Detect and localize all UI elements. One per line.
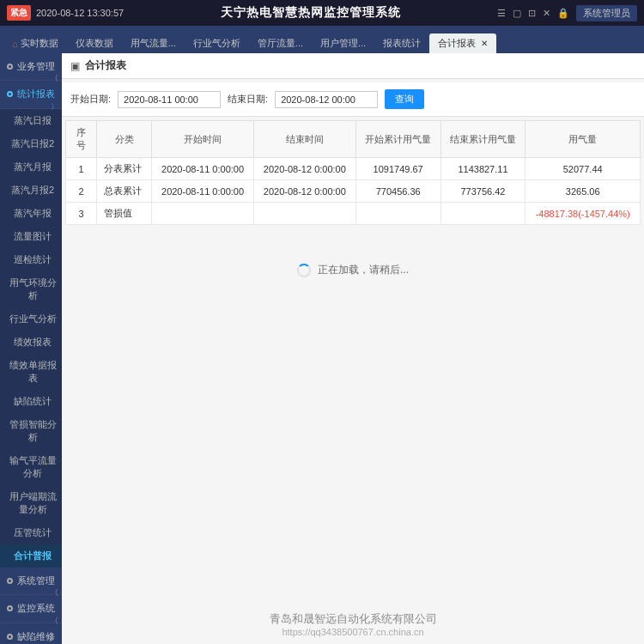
sidebar-item-steam-annual[interactable]: 蒸汽年报 (0, 202, 62, 225)
page-header: ▣ 合计报表 (62, 53, 644, 79)
cell-usage-1: 52077.44 (526, 158, 641, 180)
sidebar-item-steam-monthly1[interactable]: 蒸汽月报 (0, 155, 62, 179)
data-table-wrap: 序号 分类 开始时间 结束时间 开始累计用气量 结束累计用气量 用气量 1 分表… (65, 120, 641, 225)
content-area: ▣ 合计报表 开始日期: 结束日期: 查询 序号 分类 开始时间 结束时间 开始… (62, 53, 644, 644)
circle-icon-stats (7, 91, 13, 97)
sidebar: 业务管理 〈 统计报表 〉 蒸汽日报 蒸汽日报2 蒸汽月报 蒸汽月报2 蒸汽年报… (0, 53, 62, 644)
cell-type-1: 分表累计 (97, 158, 152, 180)
footer: 青岛和晟智远自动化系统有限公司 https://qq3438500767.cn.… (62, 605, 644, 644)
circle-icon-business (7, 64, 13, 70)
tab-instrument[interactable]: 仪表数据 (67, 33, 122, 53)
cell-startval-3 (355, 203, 440, 225)
col-end-time: 结束时间 (253, 121, 355, 158)
emergency-logo: 紧急 (7, 5, 31, 21)
sidebar-item-spot-stats2[interactable]: 缺陷统计 (0, 390, 62, 413)
cell-no-3: 3 (66, 203, 97, 225)
col-type: 分类 (97, 121, 152, 158)
expand-icon-monitor: 〈 (51, 616, 58, 627)
sidebar-item-perf-report[interactable]: 绩效报表 (0, 331, 62, 354)
col-no: 序号 (66, 121, 97, 158)
cell-end-2: 2020-08-12 0:00:00 (253, 180, 355, 203)
cell-no-2: 2 (66, 180, 97, 203)
circle-icon-fault (7, 634, 13, 640)
cell-type-3: 管损值 (97, 203, 152, 225)
sidebar-item-steam-daily2[interactable]: 蒸汽日报2 (0, 132, 62, 155)
col-usage: 用气量 (526, 121, 641, 158)
cell-no-1: 1 (66, 158, 97, 180)
sidebar-item-energy-analysis[interactable]: 管损智能分析 (0, 413, 62, 449)
col-start-time: 开始时间 (152, 121, 254, 158)
end-date-label: 结束日期: (228, 93, 268, 106)
cell-usage-2: 3265.06 (526, 180, 641, 203)
system-title: 天宁热电智慧热网监控管理系统 (124, 5, 497, 21)
tab-flow-analysis[interactable]: 管厅流量... (249, 33, 312, 53)
cell-end-3 (253, 203, 355, 225)
start-date-input[interactable] (118, 91, 221, 108)
tab-user-manage[interactable]: 用户管理... (312, 33, 374, 53)
cell-endval-2: 773756.42 (440, 180, 526, 203)
summary-table: 序号 分类 开始时间 结束时间 开始累计用气量 结束累计用气量 用气量 1 分表… (65, 120, 641, 225)
footer-qq: https://qq3438500767.cn.china.cn (69, 627, 637, 637)
query-button[interactable]: 查询 (385, 89, 424, 109)
sidebar-item-steam-daily1[interactable]: 蒸汽日报 (0, 109, 62, 132)
window-icon[interactable]: ▢ (513, 8, 521, 19)
sidebar-item-monitor[interactable]: 监控系统 〈 (0, 595, 62, 623)
end-date-input[interactable] (275, 91, 378, 108)
sidebar-item-industry-gas2[interactable]: 行业气分析 (0, 307, 62, 331)
user-button[interactable]: 系统管理员 (576, 5, 637, 21)
col-end-val: 结束累计用气量 (440, 121, 526, 158)
table-row: 2 总表累计 2020-08-11 0:00:00 2020-08-12 0:0… (66, 180, 641, 203)
tab-report[interactable]: 报表统计 (374, 33, 429, 53)
page-header-icon: ▣ (70, 60, 80, 72)
datetime-display: 2020-08-12 13:30:57 (36, 8, 124, 18)
expand-icon-business: 〈 (51, 73, 58, 84)
sidebar-item-press-stats[interactable]: 压管统计 (0, 521, 62, 544)
top-bar-left: 紧急 2020-08-12 13:30:57 (7, 5, 124, 21)
lock-icon[interactable]: 🔒 (557, 8, 569, 19)
start-date-label: 开始日期: (70, 93, 111, 106)
maximize-icon[interactable]: ⊡ (528, 8, 536, 19)
nav-tabs-bar: ⌂ 实时数据 仪表数据 用气流量... 行业气分析 管厅流量... 用户管理..… (0, 26, 644, 53)
top-bar-right: ☰ ▢ ⊡ ✕ 🔒 系统管理员 (497, 5, 637, 21)
loading-overlay: 正在加载，请稍后... (62, 228, 644, 312)
tab-industry-gas[interactable]: 行业气分析 (185, 33, 249, 53)
sidebar-item-gas-loop[interactable]: 用气环境分析 (0, 271, 62, 307)
sidebar-item-user-flow[interactable]: 用户端期流量分析 (0, 485, 62, 521)
sidebar-item-spot-stats[interactable]: 巡检统计 (0, 248, 62, 271)
tab-realtime[interactable]: ⌂ 实时数据 (3, 33, 67, 53)
cell-usage-3: -48817.38(-1457.44%) (526, 203, 641, 225)
sidebar-scroll: 业务管理 〈 统计报表 〉 蒸汽日报 蒸汽日报2 蒸汽月报 蒸汽月报2 蒸汽年报… (0, 53, 62, 644)
table-row: 3 管损值 -48817.38(-1457.44%) (66, 203, 641, 225)
expand-icon-stats: 〉 (51, 101, 58, 112)
tab-close-icon[interactable]: ✕ (481, 39, 488, 48)
tab-steam-flow[interactable]: 用气流量... (122, 33, 185, 53)
sidebar-item-flow-chart[interactable]: 流量图计 (0, 225, 62, 248)
sidebar-item-system-mgmt[interactable]: 系统管理 〈 (0, 568, 62, 595)
cell-type-2: 总表累计 (97, 180, 152, 203)
close-icon[interactable]: ✕ (543, 8, 550, 19)
menu-icon[interactable]: ☰ (497, 8, 506, 19)
cell-endval-3 (440, 203, 526, 225)
sidebar-item-fault-mgmt[interactable]: 缺陷维修管理 〈 (0, 623, 62, 644)
page-title: 合计报表 (85, 58, 126, 73)
loading-spinner (297, 264, 311, 277)
sidebar-item-pipe-flow[interactable]: 输气平流量分析 (0, 449, 62, 485)
cell-end-1: 2020-08-12 0:00:00 (253, 158, 355, 180)
home-icon: ⌂ (12, 39, 18, 49)
sidebar-item-business[interactable]: 业务管理 〈 (0, 53, 62, 81)
table-header-row: 序号 分类 开始时间 结束时间 开始累计用气量 结束累计用气量 用气量 (66, 121, 641, 158)
expand-icon-system: 〈 (51, 587, 58, 598)
circle-icon-system (7, 578, 13, 584)
sidebar-item-steam-monthly2[interactable]: 蒸汽月报2 (0, 179, 62, 202)
tab-summary[interactable]: 合计报表 ✕ (429, 33, 496, 53)
sidebar-item-perf-detail[interactable]: 绩效单据报表 (0, 354, 62, 390)
cell-startval-2: 770456.36 (355, 180, 440, 203)
cell-endval-1: 1143827.11 (440, 158, 526, 180)
footer-company: 青岛和晟智远自动化系统有限公司 (69, 611, 637, 627)
cell-start-1: 2020-08-11 0:00:00 (152, 158, 254, 180)
loading-inner: 正在加载，请稍后... (297, 263, 409, 277)
col-start-val: 开始累计用气量 (355, 121, 440, 158)
sidebar-item-summary2[interactable]: 合计普报 (0, 544, 62, 568)
sidebar-item-stats[interactable]: 统计报表 〉 (0, 81, 62, 108)
loading-text: 正在加载，请稍后... (318, 263, 409, 277)
